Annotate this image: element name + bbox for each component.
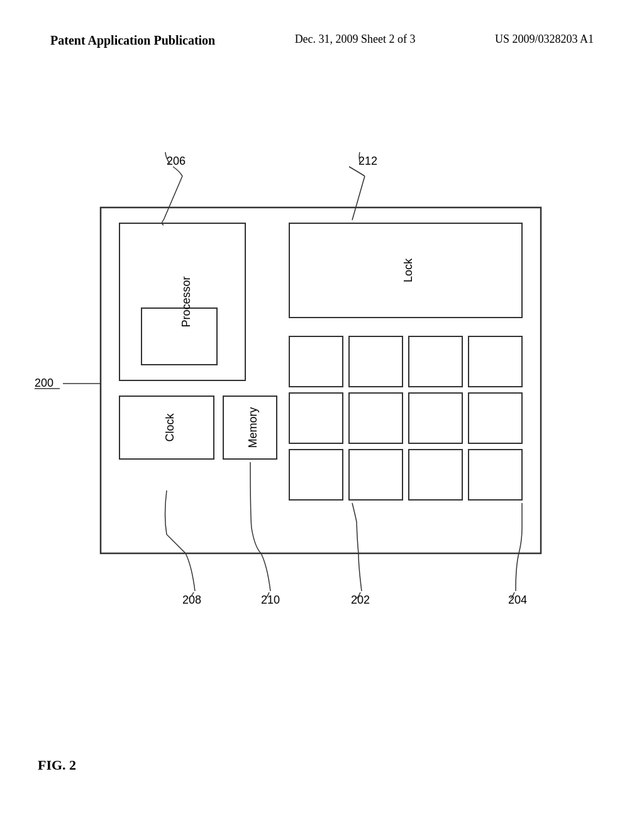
svg-rect-9 xyxy=(349,393,402,443)
svg-rect-12 xyxy=(289,450,343,500)
svg-rect-4 xyxy=(289,336,343,387)
publication-number: US 2009/0328203 A1 xyxy=(495,31,594,47)
svg-text:200: 200 xyxy=(35,377,53,389)
svg-text:210: 210 xyxy=(261,594,280,606)
svg-rect-2 xyxy=(142,308,217,365)
svg-rect-13 xyxy=(349,450,402,500)
publication-date-sheet: Dec. 31, 2009 Sheet 2 of 3 xyxy=(295,31,416,47)
svg-text:Clock: Clock xyxy=(164,412,176,441)
figure-label: FIG. 2 xyxy=(38,757,76,773)
figure-diagram: Processor Lock Clock Memory 200 206 212 … xyxy=(0,113,644,773)
publication-title: Patent Application Publication xyxy=(50,31,215,49)
svg-text:212: 212 xyxy=(358,155,377,167)
svg-rect-6 xyxy=(409,336,462,387)
svg-text:Lock: Lock xyxy=(402,258,414,282)
svg-rect-14 xyxy=(409,450,462,500)
svg-rect-8 xyxy=(289,393,343,443)
svg-text:204: 204 xyxy=(508,594,527,606)
svg-text:206: 206 xyxy=(167,155,186,167)
svg-rect-11 xyxy=(469,393,522,443)
svg-rect-7 xyxy=(469,336,522,387)
svg-rect-15 xyxy=(469,450,522,500)
svg-text:Memory: Memory xyxy=(247,407,259,448)
svg-rect-5 xyxy=(349,336,402,387)
svg-rect-10 xyxy=(409,393,462,443)
svg-text:Processor: Processor xyxy=(180,276,192,327)
svg-text:202: 202 xyxy=(351,594,370,606)
svg-line-25 xyxy=(164,176,182,220)
page-header: Patent Application Publication Dec. 31, … xyxy=(0,0,644,49)
svg-line-27 xyxy=(352,176,365,220)
